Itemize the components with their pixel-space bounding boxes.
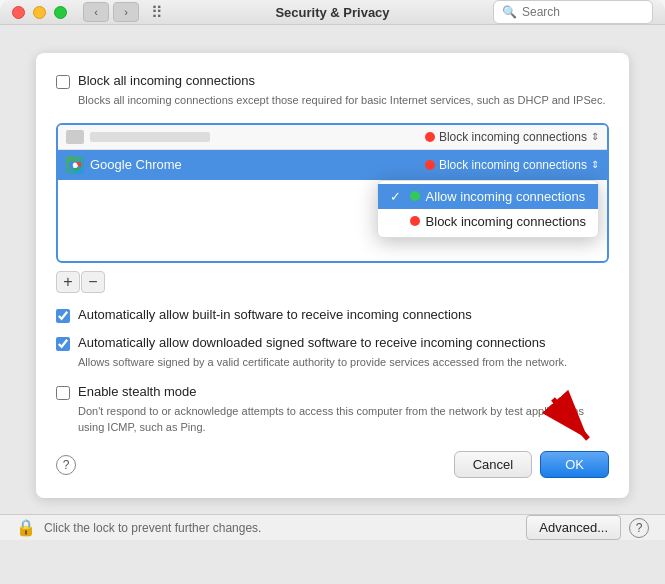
- app-list-container: Block incoming connections ⇕: [56, 123, 609, 263]
- traffic-lights: [12, 6, 67, 19]
- allow-option[interactable]: ✓ Allow incoming connections: [378, 184, 598, 209]
- bottom-bar: 🔒 Click the lock to prevent further chan…: [0, 514, 665, 540]
- titlebar: ‹ › ⠿ Security & Privacy 🔍: [0, 0, 665, 25]
- blurred-dropdown[interactable]: Block incoming connections: [439, 130, 587, 144]
- auto-builtin-row: Automatically allow built-in software to…: [56, 307, 609, 323]
- minimize-button[interactable]: [33, 6, 46, 19]
- auto-builtin-section: Automatically allow built-in software to…: [56, 307, 609, 323]
- blurred-app-row: Block incoming connections ⇕: [58, 125, 607, 150]
- auto-signed-checkbox[interactable]: [56, 337, 70, 351]
- auto-signed-section: Automatically allow downloaded signed so…: [56, 335, 609, 370]
- grid-icon[interactable]: ⠿: [151, 3, 163, 22]
- advanced-button[interactable]: Advanced...: [526, 515, 621, 540]
- maximize-button[interactable]: [54, 6, 67, 19]
- chrome-icon: [66, 156, 84, 174]
- search-input[interactable]: [522, 5, 644, 19]
- help-button[interactable]: ?: [56, 455, 76, 475]
- green-dot: [410, 191, 420, 201]
- stealth-row: Enable stealth mode: [56, 384, 609, 400]
- search-box[interactable]: 🔍: [493, 0, 653, 24]
- check-icon: ✓: [390, 189, 406, 204]
- stealth-section: Enable stealth mode Don't respond to or …: [56, 384, 609, 435]
- auto-signed-row: Automatically allow downloaded signed so…: [56, 335, 609, 351]
- lock-area[interactable]: 🔒 Click the lock to prevent further chan…: [16, 518, 261, 537]
- add-button[interactable]: +: [56, 271, 80, 293]
- block-option[interactable]: Block incoming connections: [378, 209, 598, 234]
- dialog: Block all incoming connections Blocks al…: [36, 53, 629, 498]
- auto-builtin-checkbox[interactable]: [56, 309, 70, 323]
- chrome-name: Google Chrome: [90, 157, 425, 172]
- svg-point-1: [73, 162, 78, 167]
- auto-signed-desc: Allows software signed by a valid certif…: [78, 355, 609, 370]
- block-label: Block incoming connections: [426, 214, 586, 229]
- block-all-label: Block all incoming connections: [78, 73, 255, 88]
- lock-icon: 🔒: [16, 518, 36, 537]
- forward-button[interactable]: ›: [113, 2, 139, 22]
- chrome-status: Block incoming connections: [439, 158, 587, 172]
- google-chrome-row[interactable]: Google Chrome Block incoming connections…: [58, 150, 607, 180]
- block-all-desc: Blocks all incoming connections except t…: [78, 93, 609, 108]
- list-controls: + −: [56, 271, 609, 293]
- cancel-button[interactable]: Cancel: [454, 451, 532, 478]
- stealth-label: Enable stealth mode: [78, 384, 197, 399]
- window-title: Security & Privacy: [275, 5, 389, 20]
- lock-text: Click the lock to prevent further change…: [44, 521, 261, 535]
- close-button[interactable]: [12, 6, 25, 19]
- auto-builtin-label: Automatically allow built-in software to…: [78, 307, 472, 322]
- auto-signed-label: Automatically allow downloaded signed so…: [78, 335, 546, 350]
- popup-menu: ✓ Allow incoming connections Block incom…: [377, 180, 599, 238]
- block-all-checkbox[interactable]: [56, 75, 70, 89]
- stealth-checkbox[interactable]: [56, 386, 70, 400]
- bottom-help-button[interactable]: ?: [629, 518, 649, 538]
- block-all-row: Block all incoming connections: [56, 73, 609, 89]
- allow-label: Allow incoming connections: [426, 189, 586, 204]
- dialog-buttons: ? Cancel OK: [56, 451, 609, 478]
- bottom-buttons: Advanced... ?: [526, 515, 649, 540]
- empty-check: [390, 214, 406, 229]
- remove-button[interactable]: −: [81, 271, 105, 293]
- nav-buttons: ‹ ›: [83, 2, 139, 22]
- ok-button[interactable]: OK: [540, 451, 609, 478]
- back-button[interactable]: ‹: [83, 2, 109, 22]
- red-dot: [410, 216, 420, 226]
- search-icon: 🔍: [502, 5, 517, 19]
- stealth-desc: Don't respond to or acknowledge attempts…: [78, 404, 609, 435]
